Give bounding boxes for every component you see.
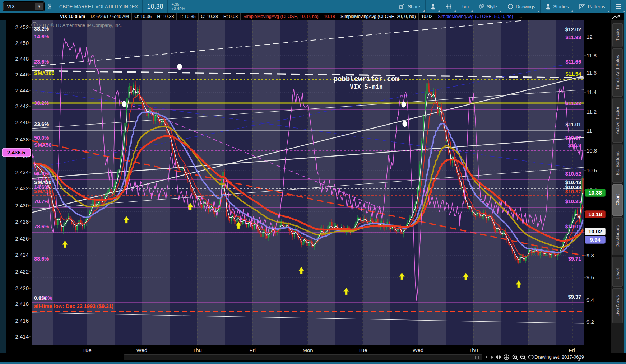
right-tab-strip: TradeTimes And SalesActive TraderBig But… (611, 20, 624, 362)
svg-text:$11.22: $11.22 (565, 101, 581, 106)
svg-text:78.6%: 78.6% (34, 224, 49, 229)
svg-text:50.0%: 50.0% (34, 135, 49, 141)
svg-text:9.6: 9.6 (586, 274, 594, 280)
svg-text:$10.8: $10.8 (568, 143, 581, 148)
svg-text:2,430: 2,430 (15, 202, 29, 209)
svg-text:Wed: Wed (136, 347, 148, 353)
svg-text:70.7%: 70.7% (34, 199, 49, 204)
svg-text:9.8: 9.8 (586, 252, 594, 258)
svg-text:$9.37: $9.37 (568, 294, 581, 300)
svg-text:2,422: 2,422 (15, 269, 29, 275)
svg-text:11: 11 (586, 128, 592, 134)
svg-text:10.02: 10.02 (588, 228, 602, 234)
zoom-in-icon[interactable] (511, 354, 519, 361)
svg-text:11.6: 11.6 (586, 70, 597, 76)
svg-text:23.6%: 23.6% (34, 121, 49, 127)
bottom-toolbar: Drawing set: 2017-0629 (0, 353, 626, 362)
svg-text:!: ! (34, 23, 35, 28)
svg-text:11.4: 11.4 (586, 89, 597, 95)
svg-text:9.94: 9.94 (590, 237, 601, 243)
window-right-edge (624, 13, 626, 364)
svg-text:VIX 5-min: VIX 5-min (350, 83, 383, 90)
svg-text:$10.25: $10.25 (565, 199, 581, 204)
drawing-set-label[interactable]: Drawing set: 2017-0629 (534, 354, 584, 360)
svg-text:$11.66: $11.66 (565, 59, 581, 65)
tab-chart[interactable]: Chart (612, 184, 623, 216)
svg-text:2,452: 2,452 (15, 24, 29, 30)
price-chart[interactable]: 38.2%$12.0214.6%$11.9323.6%$11.66SMA100$… (0, 0, 626, 364)
svg-text:10.18: 10.18 (588, 211, 602, 217)
svg-text:Tue: Tue (358, 347, 367, 353)
svg-text:2,434: 2,434 (15, 169, 29, 175)
svg-text:2,432: 2,432 (15, 185, 29, 191)
svg-text:Thu: Thu (469, 347, 478, 353)
svg-text:Wed: Wed (413, 347, 424, 353)
tab-times-and-sales[interactable]: Times And Sales (612, 48, 623, 97)
pan-icon[interactable] (503, 354, 510, 361)
svg-text:2,438: 2,438 (15, 136, 29, 143)
tab-level-ii[interactable]: Level II (612, 257, 623, 287)
svg-text:10.38: 10.38 (588, 190, 602, 196)
svg-text:Fri: Fri (569, 347, 575, 353)
ellipse-tool-icon[interactable] (527, 354, 534, 361)
thinkorswim-app: VIX ▼ CBOE MARKET VOLATILITY INDEX 10.38… (0, 0, 626, 364)
svg-text:12: 12 (586, 34, 593, 40)
svg-text:2,440: 2,440 (15, 119, 29, 125)
svg-text:2,436.5: 2,436.5 (7, 149, 25, 155)
svg-text:10.8: 10.8 (586, 148, 597, 154)
svg-text:2,424: 2,424 (15, 252, 29, 258)
svg-text:2,444: 2,444 (15, 87, 29, 93)
svg-text:0.0%: 0.0% (34, 295, 46, 301)
tab-trade[interactable]: Trade (612, 23, 623, 47)
pivot-dot (403, 121, 407, 127)
svg-text:38.2%: 38.2% (34, 100, 49, 106)
svg-text:61.8%: 61.8% (34, 171, 49, 176)
pivot-dot (402, 102, 406, 108)
svg-text:$12.02: $12.02 (565, 27, 581, 32)
scrollbar-grip[interactable] (475, 356, 479, 359)
svg-text:23.6%: 23.6% (34, 59, 49, 65)
resize-corner-icon[interactable] (578, 358, 580, 361)
svg-text:pebblewriter.com: pebblewriter.com (333, 75, 399, 83)
zoom-out-icon[interactable] (519, 354, 527, 361)
window-bottom-edge (0, 362, 626, 364)
svg-text:Fri: Fri (249, 347, 256, 353)
svg-text:2,416: 2,416 (15, 318, 29, 324)
svg-text:$10.01: $10.01 (565, 224, 581, 229)
svg-text:9.4: 9.4 (586, 297, 594, 303)
svg-text:SMA10: SMA10 (34, 188, 51, 194)
svg-text:$11.01: $11.01 (565, 122, 581, 127)
svg-text:9.2: 9.2 (586, 319, 594, 325)
svg-text:2,428: 2,428 (15, 219, 29, 225)
tab-big-buttons[interactable]: Big Buttons (612, 144, 623, 183)
svg-text:2,446: 2,446 (15, 71, 29, 78)
svg-text:2,442: 2,442 (15, 103, 29, 109)
svg-text:2,414: 2,414 (15, 333, 29, 340)
svg-text:SMA100: SMA100 (34, 70, 54, 76)
svg-text:$10.37: $10.37 (565, 189, 581, 195)
pivot-dot (177, 64, 182, 70)
svg-text:88.6%: 88.6% (34, 256, 49, 262)
pivot-dot (122, 101, 127, 107)
svg-text:2,426: 2,426 (15, 235, 29, 242)
scroll-right-icon[interactable] (488, 354, 496, 361)
svg-text:$10.87: $10.87 (565, 135, 581, 141)
svg-text:2,450: 2,450 (15, 40, 29, 46)
tab-live-news[interactable]: Live News (612, 288, 623, 323)
svg-text:14.6%: 14.6% (34, 34, 49, 39)
tab-active-trader[interactable]: Active Trader (612, 98, 623, 143)
svg-text:10.6: 10.6 (586, 167, 597, 173)
svg-text:SMA50: SMA50 (34, 142, 51, 148)
svg-text:$10.52: $10.52 (565, 171, 581, 177)
svg-text:Tue: Tue (82, 347, 91, 353)
svg-text:11.2: 11.2 (586, 109, 597, 115)
expand-horizontal-icon[interactable] (495, 354, 502, 361)
tab-dashboard[interactable]: Dashboard (612, 217, 623, 255)
svg-text:2,448: 2,448 (15, 56, 29, 62)
svg-text:2,420: 2,420 (15, 285, 29, 291)
svg-text:$9.71: $9.71 (568, 256, 581, 262)
svg-text:$11.93: $11.93 (565, 34, 581, 40)
chart-horizontal-scrollbar[interactable] (124, 354, 482, 360)
svg-text:$11.54: $11.54 (565, 71, 581, 77)
svg-text:all-time low: Dec 22 1993 ($9.: all-time low: Dec 22 1993 ($9.31) (34, 303, 113, 309)
